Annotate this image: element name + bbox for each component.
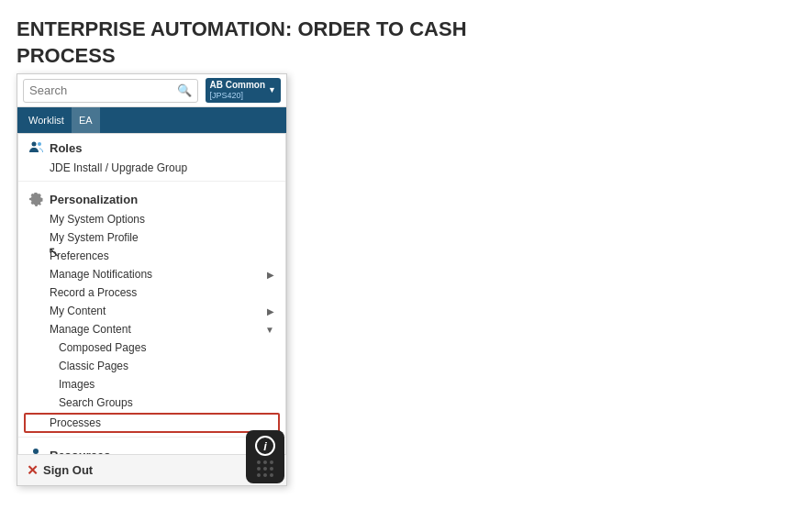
menu-item-system-profile[interactable]: My System Profile	[18, 228, 285, 247]
menu-item-manage-notifications[interactable]: Manage Notifications ▶	[18, 265, 285, 283]
menu-item-my-content[interactable]: My Content ▶	[18, 302, 285, 320]
sign-out-button[interactable]: ✕ Sign Out	[27, 462, 93, 479]
svg-point-0	[32, 142, 37, 147]
dots-grid	[257, 460, 274, 478]
menu-item-record-process[interactable]: Record a Process	[18, 283, 285, 302]
roles-label: Roles	[50, 141, 82, 155]
info-icon: i	[255, 436, 275, 456]
personalization-section-header: Personalization	[18, 185, 285, 210]
menu-item-preferences[interactable]: Preferences	[18, 247, 285, 265]
arrow-icon: ▶	[267, 270, 274, 280]
user-id: [JPS420]	[210, 91, 266, 101]
bottom-bar: ✕ Sign Out i	[17, 454, 286, 485]
personalization-label: Personalization	[50, 193, 138, 206]
people-icon	[28, 139, 44, 156]
menu-item-images[interactable]: Images	[18, 375, 285, 394]
gear-icon	[28, 191, 44, 207]
menu-item-jde-install[interactable]: JDE Install / Upgrade Group	[18, 159, 285, 177]
roles-section-header: Roles	[18, 134, 285, 159]
user-dropdown-arrow[interactable]: ▼	[268, 85, 276, 94]
app-window: 🔍 AB Common [JPS420] ▼ Worklist EA	[17, 73, 287, 486]
svg-point-1	[38, 142, 41, 146]
menu-item-composed-pages[interactable]: Composed Pages	[18, 338, 285, 357]
menu-item-processes[interactable]: Processes	[24, 413, 280, 433]
menu-item-search-groups[interactable]: Search Groups	[18, 394, 285, 412]
nav-tabs: Worklist EA	[17, 107, 286, 133]
arrow-icon-3: ▼	[265, 325, 274, 335]
tab-worklist[interactable]: Worklist	[21, 107, 72, 133]
menu-item-classic-pages[interactable]: Classic Pages	[18, 357, 285, 375]
user-name: AB Common	[210, 80, 266, 91]
search-box[interactable]: 🔍	[23, 79, 198, 103]
top-bar: 🔍 AB Common [JPS420] ▼	[17, 74, 286, 107]
help-device[interactable]: i	[246, 430, 284, 483]
arrow-icon-2: ▶	[267, 306, 274, 316]
search-input[interactable]	[29, 83, 173, 97]
menu-item-system-options[interactable]: My System Options	[18, 210, 285, 228]
tab-ea[interactable]: EA	[72, 107, 100, 133]
menu-item-manage-content[interactable]: Manage Content ▼	[18, 320, 285, 338]
x-icon: ✕	[27, 462, 39, 479]
search-icon: 🔍	[177, 83, 192, 97]
user-badge[interactable]: AB Common [JPS420] ▼	[206, 78, 281, 103]
divider-1	[18, 181, 285, 182]
